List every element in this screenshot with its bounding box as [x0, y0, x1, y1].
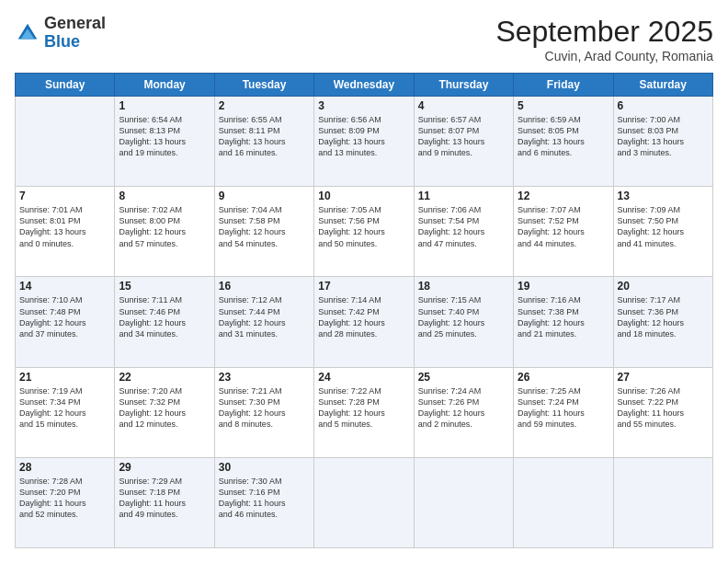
calendar-cell: 16Sunrise: 7:12 AM Sunset: 7:44 PM Dayli…: [214, 277, 313, 367]
day-number: 27: [618, 371, 709, 384]
day-number: 17: [318, 280, 409, 293]
day-info: Sunrise: 6:59 AM Sunset: 8:05 PM Dayligh…: [518, 114, 609, 159]
calendar-cell: 13Sunrise: 7:09 AM Sunset: 7:50 PM Dayli…: [613, 187, 712, 277]
calendar-cell: 25Sunrise: 7:24 AM Sunset: 7:26 PM Dayli…: [414, 367, 513, 457]
day-number: 29: [119, 461, 210, 474]
week-row-4: 21Sunrise: 7:19 AM Sunset: 7:34 PM Dayli…: [16, 367, 713, 457]
calendar-cell: 5Sunrise: 6:59 AM Sunset: 8:05 PM Daylig…: [514, 97, 613, 187]
day-info: Sunrise: 7:09 AM Sunset: 7:50 PM Dayligh…: [618, 204, 709, 249]
day-info: Sunrise: 7:14 AM Sunset: 7:42 PM Dayligh…: [318, 294, 409, 339]
day-info: Sunrise: 6:56 AM Sunset: 8:09 PM Dayligh…: [318, 114, 409, 159]
location-subtitle: Cuvin, Arad County, Romania: [495, 49, 713, 63]
weekday-header-row: SundayMondayTuesdayWednesdayThursdayFrid…: [16, 74, 713, 97]
day-info: Sunrise: 6:54 AM Sunset: 8:13 PM Dayligh…: [119, 114, 210, 159]
day-info: Sunrise: 7:10 AM Sunset: 7:48 PM Dayligh…: [19, 294, 110, 339]
calendar-cell: 26Sunrise: 7:25 AM Sunset: 7:24 PM Dayli…: [514, 367, 613, 457]
calendar-cell: [414, 457, 513, 547]
calendar-page: General Blue September 2025 Cuvin, Arad …: [0, 0, 728, 563]
weekday-header-thursday: Thursday: [414, 74, 513, 97]
day-number: 8: [119, 190, 210, 202]
calendar-cell: 28Sunrise: 7:28 AM Sunset: 7:20 PM Dayli…: [16, 457, 115, 547]
calendar-cell: [16, 97, 115, 187]
day-number: 15: [119, 280, 210, 293]
title-block: September 2025 Cuvin, Arad County, Roman…: [495, 15, 713, 63]
day-info: Sunrise: 7:25 AM Sunset: 7:24 PM Dayligh…: [518, 385, 609, 431]
day-info: Sunrise: 7:22 AM Sunset: 7:28 PM Dayligh…: [318, 385, 409, 431]
day-info: Sunrise: 7:19 AM Sunset: 7:34 PM Dayligh…: [19, 385, 110, 431]
day-number: 23: [219, 371, 310, 384]
weekday-header-wednesday: Wednesday: [314, 74, 414, 97]
calendar-cell: 29Sunrise: 7:29 AM Sunset: 7:18 PM Dayli…: [115, 457, 214, 547]
day-info: Sunrise: 7:30 AM Sunset: 7:16 PM Dayligh…: [219, 476, 310, 521]
calendar-cell: 3Sunrise: 6:56 AM Sunset: 8:09 PM Daylig…: [314, 97, 414, 187]
day-number: 14: [19, 280, 110, 293]
day-info: Sunrise: 7:04 AM Sunset: 7:58 PM Dayligh…: [219, 204, 310, 249]
calendar-cell: 27Sunrise: 7:26 AM Sunset: 7:22 PM Dayli…: [613, 367, 712, 457]
calendar-cell: 20Sunrise: 7:17 AM Sunset: 7:36 PM Dayli…: [613, 277, 712, 367]
day-info: Sunrise: 7:24 AM Sunset: 7:26 PM Dayligh…: [418, 385, 509, 431]
month-title: September 2025: [495, 15, 713, 49]
day-number: 18: [418, 280, 509, 293]
day-number: 25: [418, 371, 509, 384]
day-info: Sunrise: 7:01 AM Sunset: 8:01 PM Dayligh…: [19, 204, 110, 249]
calendar-cell: 8Sunrise: 7:02 AM Sunset: 8:00 PM Daylig…: [115, 187, 214, 277]
day-info: Sunrise: 7:20 AM Sunset: 7:32 PM Dayligh…: [119, 385, 210, 431]
day-number: 10: [318, 190, 409, 202]
day-number: 5: [518, 99, 609, 112]
day-number: 1: [119, 99, 210, 112]
day-number: 12: [518, 190, 609, 202]
calendar-cell: 21Sunrise: 7:19 AM Sunset: 7:34 PM Dayli…: [16, 367, 115, 457]
day-info: Sunrise: 7:05 AM Sunset: 7:56 PM Dayligh…: [318, 204, 409, 249]
day-number: 24: [318, 371, 409, 384]
weekday-header-sunday: Sunday: [16, 74, 115, 97]
day-number: 21: [19, 371, 110, 384]
day-info: Sunrise: 7:29 AM Sunset: 7:18 PM Dayligh…: [119, 476, 210, 521]
day-info: Sunrise: 7:16 AM Sunset: 7:38 PM Dayligh…: [518, 294, 609, 339]
weekday-header-friday: Friday: [514, 74, 613, 97]
day-info: Sunrise: 7:28 AM Sunset: 7:20 PM Dayligh…: [19, 476, 110, 521]
day-number: 3: [318, 99, 409, 112]
day-info: Sunrise: 7:21 AM Sunset: 7:30 PM Dayligh…: [219, 385, 310, 431]
calendar-cell: 9Sunrise: 7:04 AM Sunset: 7:58 PM Daylig…: [214, 187, 313, 277]
day-info: Sunrise: 7:15 AM Sunset: 7:40 PM Dayligh…: [418, 294, 509, 339]
day-info: Sunrise: 7:00 AM Sunset: 8:03 PM Dayligh…: [618, 114, 709, 159]
day-number: 9: [219, 190, 310, 202]
day-number: 19: [518, 280, 609, 293]
calendar-cell: 24Sunrise: 7:22 AM Sunset: 7:28 PM Dayli…: [314, 367, 414, 457]
day-info: Sunrise: 6:55 AM Sunset: 8:11 PM Dayligh…: [219, 114, 310, 159]
day-info: Sunrise: 7:07 AM Sunset: 7:52 PM Dayligh…: [518, 204, 609, 249]
calendar-cell: [613, 457, 712, 547]
day-number: 13: [618, 190, 709, 202]
day-number: 26: [518, 371, 609, 384]
calendar-cell: 22Sunrise: 7:20 AM Sunset: 7:32 PM Dayli…: [115, 367, 214, 457]
day-number: 20: [618, 280, 709, 293]
calendar-cell: [314, 457, 414, 547]
calendar-cell: 11Sunrise: 7:06 AM Sunset: 7:54 PM Dayli…: [414, 187, 513, 277]
day-info: Sunrise: 7:12 AM Sunset: 7:44 PM Dayligh…: [219, 294, 310, 339]
day-info: Sunrise: 7:26 AM Sunset: 7:22 PM Dayligh…: [618, 385, 709, 431]
day-number: 30: [219, 461, 310, 474]
logo: General Blue: [15, 15, 106, 52]
calendar-cell: 14Sunrise: 7:10 AM Sunset: 7:48 PM Dayli…: [16, 277, 115, 367]
day-info: Sunrise: 7:17 AM Sunset: 7:36 PM Dayligh…: [618, 294, 709, 339]
weekday-header-tuesday: Tuesday: [214, 74, 313, 97]
day-number: 2: [219, 99, 310, 112]
day-info: Sunrise: 7:11 AM Sunset: 7:46 PM Dayligh…: [119, 294, 210, 339]
calendar-cell: 17Sunrise: 7:14 AM Sunset: 7:42 PM Dayli…: [314, 277, 414, 367]
day-number: 4: [418, 99, 509, 112]
day-number: 28: [19, 461, 110, 474]
calendar-cell: 2Sunrise: 6:55 AM Sunset: 8:11 PM Daylig…: [214, 97, 313, 187]
page-header: General Blue September 2025 Cuvin, Arad …: [15, 15, 713, 63]
day-number: 7: [19, 190, 110, 202]
calendar-cell: [514, 457, 613, 547]
week-row-2: 7Sunrise: 7:01 AM Sunset: 8:01 PM Daylig…: [16, 187, 713, 277]
calendar-cell: 23Sunrise: 7:21 AM Sunset: 7:30 PM Dayli…: [214, 367, 313, 457]
calendar-table: SundayMondayTuesdayWednesdayThursdayFrid…: [15, 73, 713, 548]
calendar-cell: 15Sunrise: 7:11 AM Sunset: 7:46 PM Dayli…: [115, 277, 214, 367]
calendar-cell: 4Sunrise: 6:57 AM Sunset: 8:07 PM Daylig…: [414, 97, 513, 187]
day-number: 22: [119, 371, 210, 384]
day-info: Sunrise: 7:06 AM Sunset: 7:54 PM Dayligh…: [418, 204, 509, 249]
day-number: 11: [418, 190, 509, 202]
weekday-header-saturday: Saturday: [613, 74, 712, 97]
calendar-cell: 10Sunrise: 7:05 AM Sunset: 7:56 PM Dayli…: [314, 187, 414, 277]
